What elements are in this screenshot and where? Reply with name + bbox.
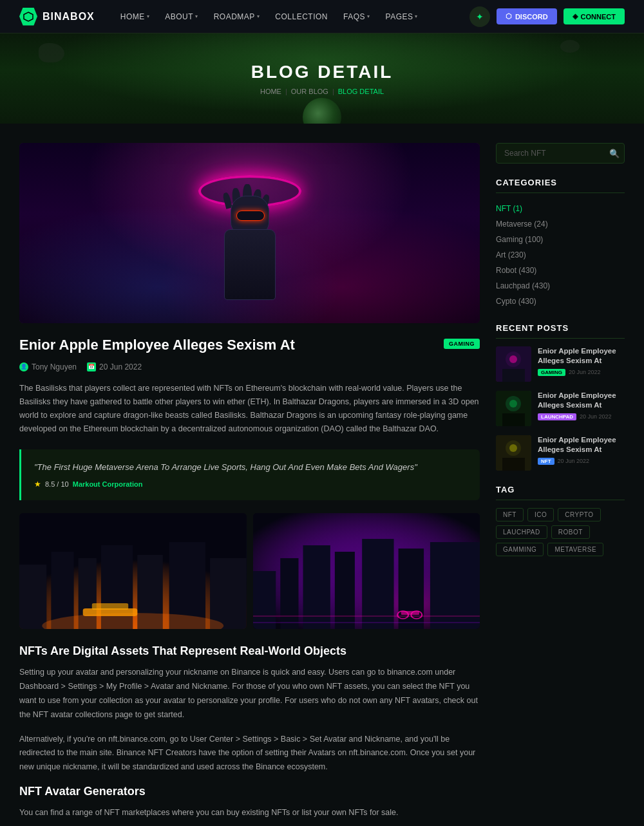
body-text-3: You can find a range of NFT marketplaces… xyxy=(19,806,480,820)
svg-point-33 xyxy=(509,400,517,408)
chevron-down-icon: ▾ xyxy=(257,14,260,19)
tag-robot[interactable]: Robot xyxy=(551,525,590,539)
categories-title: CATEGORIES xyxy=(496,178,625,193)
breadcrumb: HOME | OUR BLOG | BLOG DETAIL xyxy=(260,88,384,95)
svg-rect-2 xyxy=(19,565,46,629)
search-icon[interactable]: 🔍 xyxy=(609,149,620,158)
category-item-crypto[interactable]: Cypto (430) xyxy=(496,294,625,309)
hero-art xyxy=(19,143,480,323)
post-title: Enior Apple Employee Alleges Sexism At xyxy=(19,336,437,355)
category-item-nft[interactable]: NFT (1) xyxy=(496,201,625,216)
sidebar: 🔍 CATEGORIES NFT (1) Metaverse (24) Gami… xyxy=(496,143,625,826)
svg-rect-15 xyxy=(253,571,276,629)
tags-section: TAG NFT ICO CRYPTO LAUCHPAD Robot Gammin… xyxy=(496,485,625,556)
main-container: Enior Apple Employee Alleges Sexism At G… xyxy=(0,124,644,826)
tags-list: NFT ICO CRYPTO LAUCHPAD Robot Gamming Me… xyxy=(496,508,625,556)
nav-links: HOME ▾ ABOUT ▾ ROADMAP ▾ COLLECTION FAQS… xyxy=(114,8,469,25)
recent-post-item-1[interactable]: Enior Apple Employee Alleges Sexism At G… xyxy=(496,346,625,382)
category-badge[interactable]: GAMING xyxy=(444,339,480,349)
recent-post-badge-2: LAUNCHPAD xyxy=(538,413,576,420)
featured-image xyxy=(19,143,480,323)
recent-post-info-2: Enior Apple Employee Alleges Sexism At L… xyxy=(538,391,625,426)
logo[interactable]: BINABOX xyxy=(19,8,95,26)
recent-post-info-3: Enior Apple Employee Alleges Sexism At N… xyxy=(538,435,625,471)
svg-rect-11 xyxy=(92,603,128,610)
recent-post-meta-1: GAMING 20 Jun 2022 xyxy=(538,369,625,376)
svg-point-37 xyxy=(509,444,517,452)
recent-post-date-1: 20 Jun 2022 xyxy=(569,369,601,375)
svg-rect-34 xyxy=(502,413,525,426)
recent-post-date-3: 20 Jun 2022 xyxy=(558,458,590,464)
discord-button[interactable]: ⬡ DISCORD xyxy=(497,8,557,24)
breadcrumb-home[interactable]: HOME xyxy=(260,88,281,95)
tag-crypto[interactable]: CRYPTO xyxy=(558,508,600,521)
breadcrumb-sep-1: | xyxy=(285,88,287,95)
breadcrumb-blog[interactable]: OUR BLOG xyxy=(291,88,328,95)
post-author: 👤 Tony Nguyen xyxy=(19,362,77,371)
tag-gamming[interactable]: Gamming xyxy=(496,543,544,556)
recent-post-date-2: 20 Jun 2022 xyxy=(580,413,612,420)
recent-post-title-3: Enior Apple Employee Alleges Sexism At xyxy=(538,435,625,455)
tag-nft[interactable]: NFT xyxy=(496,508,524,521)
nav-pages[interactable]: PAGES ▾ xyxy=(379,8,424,25)
settings-icon-button[interactable]: ✦ xyxy=(469,6,490,27)
recent-post-thumb-3 xyxy=(496,435,531,471)
svg-rect-20 xyxy=(398,549,423,629)
post-excerpt: The Basilisks that players collect are r… xyxy=(19,382,480,436)
category-item-art[interactable]: Art (230) xyxy=(496,247,625,263)
quote-block: "The First Huge Metaverse Arena To Arran… xyxy=(19,449,480,501)
section-heading-2: NFT Avatar Generators xyxy=(19,785,480,798)
character-illustration xyxy=(214,196,285,305)
nav-collection[interactable]: COLLECTION xyxy=(269,8,334,25)
nav-home[interactable]: HOME ▾ xyxy=(114,8,156,25)
category-item-metaverse[interactable]: Metaverse (24) xyxy=(496,216,625,232)
svg-point-29 xyxy=(509,355,517,363)
recent-post-title-2: Enior Apple Employee Alleges Sexism At xyxy=(538,391,625,410)
calendar-icon: 📅 xyxy=(87,362,96,371)
recent-post-title-1: Enior Apple Employee Alleges Sexism At xyxy=(538,346,625,366)
recent-post-item-2[interactable]: Enior Apple Employee Alleges Sexism At L… xyxy=(496,391,625,426)
connect-button[interactable]: ◈ CONNECT xyxy=(564,8,625,24)
search-input[interactable] xyxy=(496,143,625,164)
svg-marker-0 xyxy=(24,12,33,21)
category-item-gaming[interactable]: Gaming (100) xyxy=(496,232,625,247)
user-icon: 👤 xyxy=(19,362,28,371)
tags-title: TAG xyxy=(496,485,625,500)
recent-post-info-1: Enior Apple Employee Alleges Sexism At G… xyxy=(538,346,625,382)
chevron-down-icon: ▾ xyxy=(147,14,150,19)
post-date: 📅 20 Jun 2022 xyxy=(87,362,142,371)
logo-icon xyxy=(19,8,37,26)
quote-rating: ★ 8.5 / 10 Markout Corporation xyxy=(34,480,467,489)
tag-metaverse[interactable]: Metaverse xyxy=(547,543,603,556)
recent-post-item-3[interactable]: Enior Apple Employee Alleges Sexism At N… xyxy=(496,435,625,471)
chevron-down-icon: ▾ xyxy=(367,14,370,19)
nav-right: ✦ ⬡ DISCORD ◈ CONNECT xyxy=(469,6,625,27)
body-text-1: Setting up your avatar and personalizing… xyxy=(19,666,480,722)
navbar: BINABOX HOME ▾ ABOUT ▾ ROADMAP ▾ COLLECT… xyxy=(0,0,644,33)
image-gallery xyxy=(19,513,480,629)
logo-text: BINABOX xyxy=(43,11,95,23)
nav-faqs[interactable]: FAQS ▾ xyxy=(337,8,377,25)
section-heading-1: NFTs Are Digital Assets That Represent R… xyxy=(19,644,480,658)
search-box: 🔍 xyxy=(496,143,625,164)
decoration-rock-1 xyxy=(39,43,64,62)
hero-banner: BLOG DETAIL HOME | OUR BLOG | BLOG DETAI… xyxy=(0,33,644,124)
nav-roadmap[interactable]: ROADMAP ▾ xyxy=(207,8,267,25)
recent-post-thumb-2 xyxy=(496,391,531,426)
char-torso xyxy=(224,229,276,300)
recent-post-badge-3: NFT xyxy=(538,458,554,465)
svg-rect-16 xyxy=(280,558,298,629)
tag-lauchpad[interactable]: LAUCHPAD xyxy=(496,525,547,539)
svg-rect-8 xyxy=(210,558,246,629)
tag-ico[interactable]: ICO xyxy=(527,508,554,521)
gallery-image-2 xyxy=(253,513,480,629)
wallet-icon: ◈ xyxy=(573,12,578,21)
category-item-launchpad[interactable]: Lauchpad (430) xyxy=(496,278,625,294)
rating-value: 8.5 / 10 xyxy=(45,480,69,488)
quote-source: Markout Corporation xyxy=(73,480,143,488)
gallery-image-1 xyxy=(19,513,247,629)
category-item-robot[interactable]: Robot (430) xyxy=(496,263,625,278)
hero-title: BLOG DETAIL xyxy=(251,62,393,82)
nav-about[interactable]: ABOUT ▾ xyxy=(158,8,204,25)
recent-posts-title: RECENT POSTS xyxy=(496,323,625,339)
